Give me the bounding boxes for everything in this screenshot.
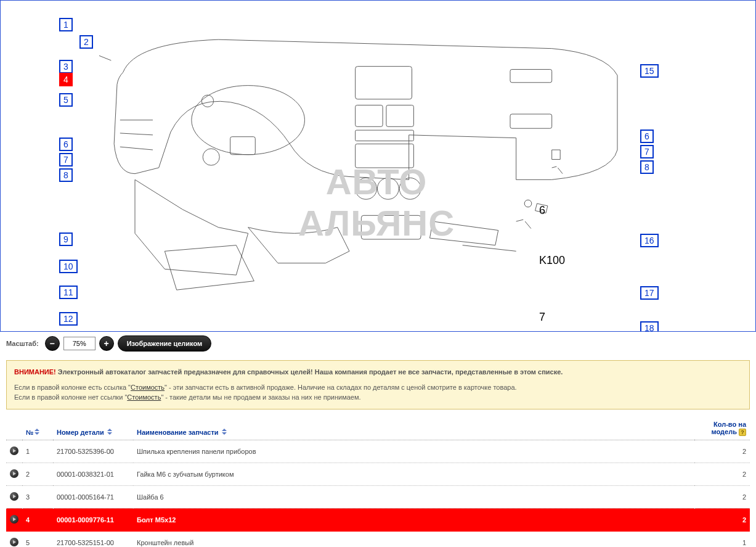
diagram-callout-7[interactable]: 7 bbox=[640, 145, 654, 158]
sort-icon bbox=[222, 429, 228, 435]
diagram-callout-9[interactable]: 9 bbox=[59, 232, 73, 246]
diagram-label: 6 bbox=[539, 204, 545, 217]
col-header-number[interactable]: № bbox=[22, 417, 53, 440]
cell-partno: 00001-0005164-71 bbox=[53, 485, 133, 508]
diagram-label: K100 bbox=[539, 254, 565, 267]
cost-link[interactable]: Стоимость bbox=[131, 384, 165, 391]
svg-point-7 bbox=[356, 178, 377, 199]
cell-name: Шайба 6 bbox=[133, 485, 694, 508]
row-play-icon[interactable] bbox=[10, 446, 18, 455]
diagram-callout-11[interactable]: 11 bbox=[59, 286, 78, 299]
cell-number: 3 bbox=[22, 485, 53, 508]
diagram-viewport[interactable]: АВТО АЛЬЯНС 123456789101112156781617186K… bbox=[0, 0, 756, 332]
diagram-callout-17[interactable]: 17 bbox=[640, 286, 659, 300]
diagram-callout-10[interactable]: 10 bbox=[59, 260, 78, 273]
row-play-icon[interactable] bbox=[10, 538, 18, 546]
diagram-callout-18[interactable]: 18 bbox=[640, 321, 659, 332]
diagram-callout-4[interactable]: 4 bbox=[59, 73, 73, 86]
zoom-input[interactable] bbox=[63, 337, 96, 350]
svg-rect-13 bbox=[510, 114, 552, 128]
svg-rect-12 bbox=[510, 70, 552, 83]
help-icon[interactable]: ? bbox=[739, 429, 746, 436]
zoom-in-button[interactable]: + bbox=[99, 336, 114, 351]
dashboard-illustration bbox=[99, 23, 635, 313]
zoom-controls: Масштаб: − + Изображение целиком bbox=[0, 332, 756, 355]
cell-name: Кронштейн левый bbox=[133, 531, 694, 547]
cell-partno: 21700-5325151-00 bbox=[53, 531, 133, 547]
cell-qty: 2 bbox=[694, 485, 750, 508]
svg-point-15 bbox=[524, 200, 532, 207]
row-play-icon[interactable] bbox=[10, 515, 18, 524]
table-row[interactable]: 521700-5325151-00Кронштейн левый1 bbox=[6, 531, 750, 547]
zoom-label: Масштаб: bbox=[6, 340, 39, 347]
row-play-icon[interactable] bbox=[10, 469, 18, 478]
cell-qty: 1 bbox=[694, 531, 750, 547]
cell-name: Шпилька крепления панели приборов bbox=[133, 440, 694, 463]
diagram-callout-5[interactable]: 5 bbox=[59, 93, 73, 107]
cell-qty: 2 bbox=[694, 440, 750, 463]
cell-number: 1 bbox=[22, 440, 53, 463]
diagram-callout-1[interactable]: 1 bbox=[59, 18, 73, 31]
warning-title: ВНИМАНИЕ! bbox=[14, 368, 56, 376]
diagram-callout-8[interactable]: 8 bbox=[59, 168, 73, 182]
sort-icon bbox=[107, 429, 113, 435]
svg-rect-3 bbox=[356, 105, 383, 127]
cell-partno: 00001-0009776-11 bbox=[53, 508, 133, 531]
svg-point-9 bbox=[399, 178, 421, 199]
diagram-callout-8[interactable]: 8 bbox=[640, 160, 654, 174]
cell-partno: 21700-5325396-00 bbox=[53, 440, 133, 463]
svg-point-0 bbox=[192, 86, 305, 155]
cell-name: Гайка М6 с зубчатым буртиком bbox=[133, 463, 694, 485]
svg-point-8 bbox=[377, 178, 399, 199]
warning-main: Электронный автокаталог запчастей предна… bbox=[58, 368, 563, 376]
diagram-callout-15[interactable]: 15 bbox=[640, 64, 659, 78]
svg-rect-2 bbox=[356, 67, 412, 99]
svg-rect-14 bbox=[361, 215, 421, 239]
row-play-icon[interactable] bbox=[10, 492, 18, 501]
diagram-callout-2[interactable]: 2 bbox=[79, 35, 93, 49]
svg-rect-6 bbox=[356, 144, 414, 168]
full-image-button[interactable]: Изображение целиком bbox=[118, 335, 212, 352]
diagram-callout-7[interactable]: 7 bbox=[59, 153, 73, 167]
diagram-callout-16[interactable]: 16 bbox=[640, 234, 659, 247]
cell-qty: 2 bbox=[694, 463, 750, 485]
cell-number: 5 bbox=[22, 531, 53, 547]
warning-box: ВНИМАНИЕ! Электронный автокаталог запчас… bbox=[6, 360, 750, 409]
parts-table: № Номер детали Наименование запчасти Кол… bbox=[6, 417, 750, 548]
diagram-callout-12[interactable]: 12 bbox=[59, 312, 78, 326]
diagram-callout-6[interactable]: 6 bbox=[59, 138, 73, 151]
svg-point-1 bbox=[201, 95, 213, 107]
table-row[interactable]: 300001-0005164-71Шайба 62 bbox=[6, 485, 750, 508]
svg-rect-5 bbox=[356, 130, 414, 141]
table-row[interactable]: 200001-0038321-01Гайка М6 с зубчатым бур… bbox=[6, 463, 750, 485]
svg-point-11 bbox=[203, 149, 219, 165]
cell-name: Болт М5х12 bbox=[133, 508, 694, 531]
table-row[interactable]: 400001-0009776-11Болт М5х122 bbox=[6, 508, 750, 531]
svg-rect-10 bbox=[230, 137, 256, 155]
table-row[interactable]: 121700-5325396-00Шпилька крепления панел… bbox=[6, 440, 750, 463]
sort-icon bbox=[35, 429, 41, 435]
diagram-label: 7 bbox=[539, 311, 545, 324]
col-header-name[interactable]: Наименование запчасти bbox=[133, 417, 694, 440]
cell-partno: 00001-0038321-01 bbox=[53, 463, 133, 485]
cell-number: 4 bbox=[22, 508, 53, 531]
zoom-out-button[interactable]: − bbox=[45, 336, 60, 351]
diagram-callout-3[interactable]: 3 bbox=[59, 60, 73, 73]
cell-number: 2 bbox=[22, 463, 53, 485]
svg-rect-4 bbox=[386, 105, 413, 127]
col-header-partno[interactable]: Номер детали bbox=[53, 417, 133, 440]
diagram-callout-6[interactable]: 6 bbox=[640, 130, 654, 143]
cost-link[interactable]: Стоимость bbox=[127, 393, 161, 401]
cell-qty: 2 bbox=[694, 508, 750, 531]
col-header-qty[interactable]: Кол-во на модель ? bbox=[694, 417, 750, 440]
